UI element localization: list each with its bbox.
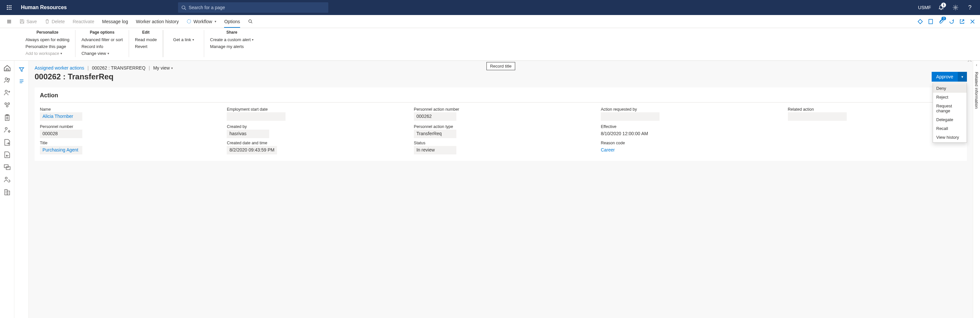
field-action-requested-by: Action requested by: [601, 107, 775, 122]
my-view-dropdown[interactable]: My view ▾: [153, 65, 173, 70]
always-open-editing-button[interactable]: Always open for editing: [25, 37, 69, 42]
svg-rect-2: [10, 5, 11, 6]
menu-item-reject[interactable]: Reject: [933, 93, 967, 102]
nav-person-check[interactable]: [3, 176, 11, 183]
group-icon: [3, 101, 11, 109]
action-requested-by-value: [601, 112, 660, 121]
nav-doc-arrow-2[interactable]: [3, 151, 11, 159]
record-info-button[interactable]: Record info: [81, 44, 123, 49]
svg-rect-8: [10, 9, 11, 10]
options-tab[interactable]: Options: [220, 15, 244, 28]
title-link[interactable]: Purchasing Agent: [40, 146, 82, 154]
related-action-value: [788, 112, 847, 121]
company-label[interactable]: USMF: [918, 5, 931, 10]
nav-person-plus[interactable]: [3, 89, 11, 97]
svg-point-24: [8, 130, 10, 132]
svg-point-16: [8, 78, 9, 80]
waffle-icon: [6, 5, 12, 10]
office-add-in-button[interactable]: [928, 19, 934, 24]
created-by-value: hasrivas: [227, 130, 269, 138]
personnel-number-value: 000028: [40, 130, 82, 138]
field-created-by: Created by hasrivas: [227, 124, 401, 138]
filter-button[interactable]: [19, 67, 24, 73]
person-plus-icon: [3, 89, 11, 97]
action-card: Action 8/10/2020 12:0 Name Alicia Thornb…: [35, 87, 967, 161]
top-bar: Human Resources USMF 1 ?: [0, 0, 980, 15]
close-button[interactable]: [970, 19, 975, 24]
ribbon-title-edit: Edit: [135, 30, 157, 35]
attachments-button[interactable]: 0: [938, 19, 944, 24]
svg-rect-14: [929, 19, 932, 24]
options-ribbon: Personalize Always open for editing Pers…: [0, 28, 980, 61]
settings-button[interactable]: [951, 3, 960, 13]
message-log-button[interactable]: Message log: [98, 15, 132, 28]
svg-line-13: [251, 22, 252, 23]
ribbon-group-page-options: Page options Advanced filter or sort Rec…: [75, 30, 129, 57]
personalize-page-button[interactable]: Personalize this page: [25, 44, 69, 49]
svg-rect-29: [7, 191, 10, 195]
menu-item-view-history[interactable]: View history: [933, 133, 967, 142]
ribbon-group-share: Get a link ▾: [163, 30, 204, 57]
popout-button[interactable]: [959, 19, 965, 24]
save-label: Save: [27, 19, 37, 24]
nav-group[interactable]: [3, 101, 11, 109]
notifications-button[interactable]: 1: [936, 3, 946, 13]
menu-item-recall[interactable]: Recall: [933, 124, 967, 133]
svg-point-17: [5, 90, 7, 92]
filter-rail: [14, 61, 29, 318]
worker-action-history-button[interactable]: Worker action history: [132, 15, 183, 28]
breadcrumb-link-assigned[interactable]: Assigned worker actions: [35, 65, 84, 70]
record-title-tooltip: Record title: [487, 62, 515, 70]
power-apps-button[interactable]: [917, 19, 923, 24]
personnel-action-type-value: TransferReq: [414, 130, 457, 138]
app-launcher-button[interactable]: [3, 5, 16, 10]
find-button[interactable]: [244, 15, 257, 28]
create-custom-alert-button[interactable]: Create a custom alert ▾: [210, 37, 253, 42]
field-title: Title Purchasing Agent: [40, 141, 214, 154]
nav-building[interactable]: [3, 188, 11, 196]
save-icon: [20, 19, 24, 24]
change-view-button[interactable]: Change view ▾: [81, 51, 123, 56]
field-personnel-action-type: Personnel action type TransferReq: [414, 124, 588, 138]
menu-item-delegate[interactable]: Delegate: [933, 115, 967, 124]
help-button[interactable]: ?: [965, 3, 975, 13]
nav-clipboard[interactable]: [3, 114, 11, 121]
nav-person-gear[interactable]: [3, 126, 11, 134]
created-datetime-value: 8/2/2020 09:43:59 PM: [227, 146, 277, 154]
svg-rect-1: [9, 5, 10, 6]
gear-icon: [953, 5, 958, 10]
cards-icon: [3, 163, 11, 171]
name-link[interactable]: Alicia Thornber: [40, 112, 82, 121]
menu-item-deny[interactable]: Deny: [933, 84, 967, 93]
svg-rect-3: [7, 7, 8, 8]
funnel-icon: [19, 67, 24, 73]
search-box[interactable]: [178, 2, 328, 13]
refresh-button[interactable]: [949, 19, 955, 24]
reason-code-link[interactable]: Career: [601, 146, 643, 154]
search-icon: [248, 19, 253, 24]
status-value: In review: [414, 146, 457, 154]
related-info-rail[interactable]: ‹ Related information: [973, 61, 980, 318]
menu-item-request-change[interactable]: Request change: [933, 102, 967, 115]
people-icon: [3, 76, 11, 84]
get-link-button[interactable]: Get a link ▾: [173, 37, 194, 42]
advanced-filter-button[interactable]: Advanced filter or sort: [81, 37, 123, 42]
nav-toggle-button[interactable]: [3, 15, 16, 28]
nav-cards[interactable]: [3, 163, 11, 171]
nav-doc-arrow[interactable]: [3, 138, 11, 146]
field-effective: Effective 8/10/2020 12:00:00 AM: [601, 124, 775, 138]
workflow-button[interactable]: Workflow▾: [183, 15, 220, 28]
revert-button[interactable]: Revert: [135, 44, 157, 49]
manage-my-alerts-button[interactable]: Manage my alerts: [210, 44, 253, 49]
approve-menu-button[interactable]: ▾: [958, 72, 967, 82]
personnel-action-number-value: 000262: [414, 112, 457, 121]
approve-button[interactable]: Approve: [932, 72, 958, 82]
read-mode-button[interactable]: Read mode: [135, 37, 157, 42]
nav-people[interactable]: [3, 76, 11, 84]
search-input[interactable]: [189, 5, 325, 10]
add-to-workspace-button: Add to workspace ▾: [25, 51, 69, 56]
list-button[interactable]: [19, 78, 24, 84]
nav-home[interactable]: [3, 64, 11, 72]
content-area: ︿ Record title Assigned worker actions |…: [29, 61, 973, 318]
ribbon-group-edit: Edit Read mode Revert: [129, 30, 163, 57]
